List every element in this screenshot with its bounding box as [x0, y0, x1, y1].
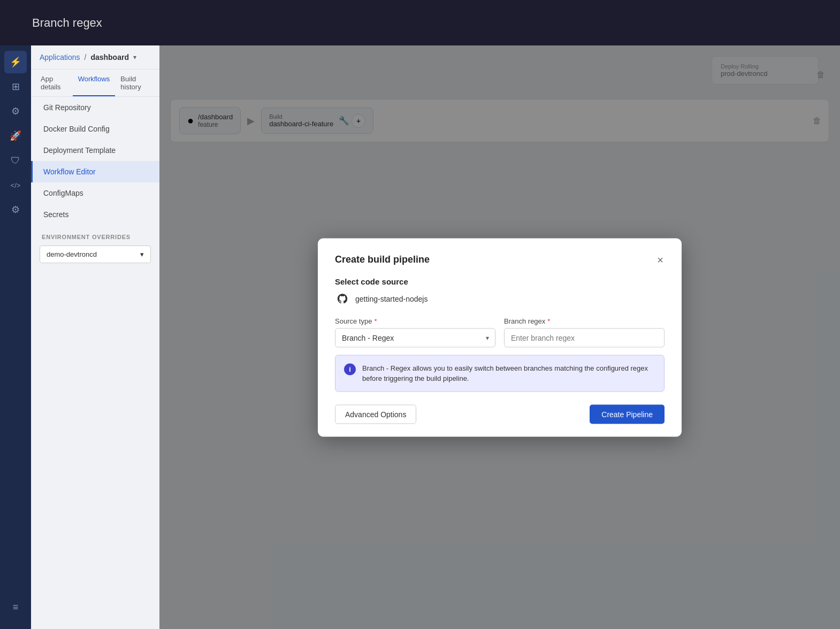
tab-workflows[interactable]: Workflows	[73, 70, 116, 96]
form-group-source-type: Source type * Branch - Regex Branch - Fi…	[335, 317, 495, 347]
icon-nav: ⚡ ⊞ ⚙ 🚀 🛡 </> ⚙ ≡	[0, 45, 31, 629]
page-title-bar: Branch regex	[0, 0, 840, 45]
create-pipeline-button[interactable]: Create Pipeline	[590, 404, 665, 424]
sidebar-item-docker-build-config[interactable]: Docker Build Config	[31, 118, 159, 140]
code-source-section-title: Select code source	[335, 277, 665, 286]
nav-icon-shield[interactable]: 🛡	[4, 149, 27, 172]
nav-icon-layers[interactable]: ≡	[4, 596, 27, 618]
source-type-select-wrapper: Branch - Regex Branch - Fixed Tag - Fixe…	[335, 328, 495, 347]
branch-regex-required: *	[547, 317, 550, 325]
modal-footer: Advanced Options Create Pipeline	[335, 404, 665, 424]
form-group-branch-regex: Branch regex *	[504, 317, 665, 347]
source-type-label: Source type *	[335, 317, 495, 325]
sidebar-breadcrumb: Applications / dashboard ▾	[31, 45, 159, 70]
source-type-select[interactable]: Branch - Regex Branch - Fixed Tag - Fixe…	[335, 328, 495, 347]
nav-icon-gear2[interactable]: ⚙	[4, 198, 27, 221]
create-pipeline-modal: Create build pipeline × Select code sour…	[318, 238, 682, 436]
sidebar-breadcrumb-separator: /	[85, 53, 87, 62]
sidebar: Applications / dashboard ▾ App details W…	[31, 45, 159, 629]
nav-icon-gear1[interactable]: ⚙	[4, 100, 27, 122]
main-content: Deploy Rolling prod-devtroncd 🗑 ● /dashb…	[159, 45, 840, 629]
nav-icon-lightning[interactable]: ⚡	[4, 51, 27, 73]
modal-header: Create build pipeline ×	[335, 253, 665, 266]
modal-close-button[interactable]: ×	[656, 253, 665, 266]
nav-icon-grid[interactable]: ⊞	[4, 75, 27, 98]
sidebar-applications-link[interactable]: Applications	[40, 53, 80, 62]
sidebar-item-deployment-template[interactable]: Deployment Template	[31, 140, 159, 161]
info-text: Branch - Regex allows you to easily swit…	[362, 363, 655, 383]
page-title: Branch regex	[32, 16, 102, 30]
github-repo-icon	[335, 291, 350, 306]
sidebar-env-chevron-icon: ▾	[140, 250, 144, 258]
tab-build-history[interactable]: Build history	[115, 70, 155, 96]
branch-regex-input[interactable]	[504, 328, 665, 347]
form-row-source-branch: Source type * Branch - Regex Branch - Fi…	[335, 317, 665, 347]
code-source-row: getting-started-nodejs	[335, 291, 665, 306]
sidebar-tabs: App details Workflows Build history	[31, 70, 159, 97]
branch-regex-label: Branch regex *	[504, 317, 665, 325]
sidebar-app-name: dashboard	[90, 53, 129, 62]
tab-app-details[interactable]: App details	[35, 70, 73, 96]
advanced-options-button[interactable]: Advanced Options	[335, 404, 416, 424]
nav-icon-code[interactable]: </>	[4, 174, 27, 196]
info-icon: i	[344, 363, 356, 375]
repo-name-label: getting-started-nodejs	[355, 294, 427, 303]
sidebar-env-overrides-label: ENVIRONMENT OVERRIDES	[31, 225, 159, 243]
sidebar-item-git-repository[interactable]: Git Repository	[31, 97, 159, 118]
sidebar-app-chevron-icon[interactable]: ▾	[133, 53, 136, 61]
sidebar-env-dropdown[interactable]: demo-devtroncd ▾	[40, 246, 151, 263]
sidebar-item-configmaps[interactable]: ConfigMaps	[31, 182, 159, 204]
modal-title: Create build pipeline	[335, 254, 430, 265]
sidebar-item-workflow-editor[interactable]: Workflow Editor	[31, 161, 159, 182]
nav-icon-rocket[interactable]: 🚀	[4, 125, 27, 147]
info-box: i Branch - Regex allows you to easily sw…	[335, 355, 665, 392]
sidebar-item-secrets[interactable]: Secrets	[31, 204, 159, 225]
sidebar-env-value: demo-devtroncd	[47, 250, 97, 258]
source-type-required: *	[374, 317, 377, 325]
